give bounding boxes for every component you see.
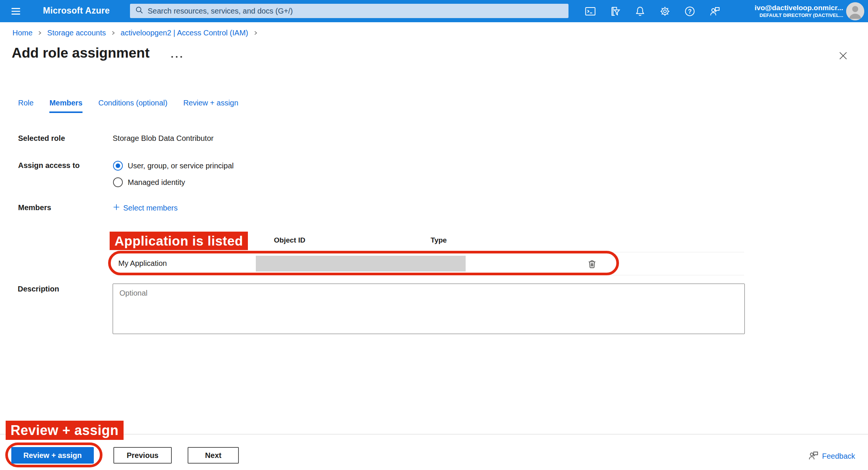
page-title: Add role assignment	[12, 45, 150, 61]
account-directory: DEFAULT DIRECTORY (DACTIVEL...	[755, 12, 843, 19]
review-assign-button[interactable]: Review + assign	[11, 447, 94, 464]
hamburger-menu-icon[interactable]	[9, 5, 23, 17]
help-icon[interactable]: ?	[684, 6, 695, 17]
radio-label: Managed identity	[128, 178, 185, 187]
tab-conditions[interactable]: Conditions (optional)	[98, 99, 167, 113]
directory-filter-icon[interactable]	[610, 6, 621, 17]
more-options-icon[interactable]	[170, 54, 184, 60]
feedback-icon[interactable]	[709, 6, 720, 17]
members-label: Members	[18, 203, 51, 212]
close-icon[interactable]	[837, 50, 849, 62]
tab-review-assign[interactable]: Review + assign	[183, 99, 238, 113]
radio-label: User, group, or service principal	[128, 162, 234, 170]
previous-button[interactable]: Previous	[113, 447, 172, 464]
member-name-cell: My Application	[118, 259, 167, 268]
selected-role-label: Selected role	[18, 134, 65, 143]
breadcrumb-home[interactable]: Home	[12, 29, 32, 37]
tab-members[interactable]: Members	[49, 99, 83, 113]
global-search[interactable]	[130, 4, 568, 18]
azure-portal-screen: Microsoft Azure ?	[0, 0, 868, 470]
annotation-review-assign: Review + assign	[6, 421, 124, 440]
chevron-right-icon	[37, 31, 42, 35]
settings-gear-icon[interactable]	[659, 6, 671, 17]
assign-access-to-label: Assign access to	[18, 161, 79, 170]
search-input[interactable]	[148, 7, 564, 15]
avatar[interactable]	[846, 2, 864, 20]
brand-title: Microsoft Azure	[43, 6, 110, 16]
notifications-bell-icon[interactable]	[634, 6, 646, 17]
cloud-shell-icon[interactable]	[585, 6, 596, 17]
select-members-text: Select members	[123, 204, 178, 212]
footer-divider	[0, 434, 868, 435]
delete-member-button[interactable]	[585, 257, 599, 271]
next-button[interactable]: Next	[188, 447, 239, 464]
feedback-text: Feedback	[822, 452, 855, 461]
chevron-right-icon	[253, 31, 258, 35]
select-members-link[interactable]: Select members	[113, 203, 178, 213]
search-icon	[135, 6, 144, 16]
table-header-divider	[113, 252, 744, 252]
selected-role-value: Storage Blob Data Contributor	[113, 134, 214, 143]
top-bar: Microsoft Azure ?	[0, 0, 868, 22]
column-header-type: Type	[431, 236, 447, 244]
radio-managed-identity[interactable]: Managed identity	[113, 177, 185, 187]
breadcrumb: Home Storage accounts activeloopgen2 | A…	[12, 29, 258, 37]
annotation-application-is-listed: Application is listed	[110, 232, 248, 250]
feedback-link[interactable]: Feedback	[808, 450, 855, 462]
chevron-right-icon	[111, 31, 116, 35]
feedback-person-icon	[808, 450, 819, 462]
account-info[interactable]: ivo@dactiveloop.onmicr... DEFAULT DIRECT…	[755, 3, 843, 19]
plus-icon	[113, 203, 120, 213]
tab-role[interactable]: Role	[18, 99, 34, 113]
column-header-object-id: Object ID	[274, 236, 305, 244]
radio-selected-icon	[113, 161, 123, 171]
wizard-tabs: Role Members Conditions (optional) Revie…	[18, 99, 238, 113]
breadcrumb-storage-accounts[interactable]: Storage accounts	[47, 29, 106, 37]
description-label: Description	[18, 285, 59, 293]
breadcrumb-access-control[interactable]: activeloopgen2 | Access Control (IAM)	[121, 29, 248, 37]
account-email: ivo@dactiveloop.onmicr...	[755, 3, 843, 12]
help-glyph: ?	[688, 8, 692, 14]
object-id-redacted-cell	[256, 256, 466, 272]
radio-unselected-icon	[113, 177, 123, 187]
top-bar-icons: ?	[585, 0, 720, 22]
table-row-divider	[113, 275, 744, 275]
radio-user-group-service-principal[interactable]: User, group, or service principal	[113, 161, 234, 171]
description-textarea[interactable]	[113, 284, 745, 334]
